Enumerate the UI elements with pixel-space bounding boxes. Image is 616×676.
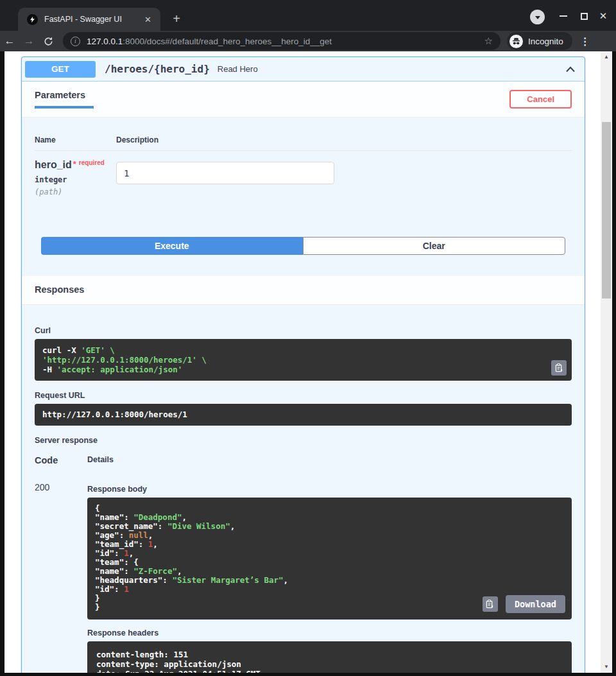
incognito-icon <box>509 35 523 48</box>
maximize-icon <box>581 13 588 20</box>
url-text: 127.0.0.1:8000/docs#/default/read_hero_h… <box>87 37 479 46</box>
scrollbar-up-icon[interactable]: ▲ <box>601 53 612 62</box>
new-tab-button[interactable]: + <box>168 11 185 28</box>
endpoint-summary: Read Hero <box>218 64 258 74</box>
clear-button[interactable]: Clear <box>303 237 566 255</box>
browser-tab[interactable]: FastAPI - Swagger UI ✕ <box>18 8 160 31</box>
curl-command: curl -X 'GET' \ 'http://127.0.0.1:8000/h… <box>42 345 564 374</box>
incognito-label: Incognito <box>528 37 563 46</box>
parameters-table-header: Name Description <box>35 135 572 151</box>
address-bar[interactable]: i 127.0.0.1:8000/docs#/default/read_hero… <box>63 32 501 50</box>
endpoint-path: /heroes/{hero_id} <box>105 63 210 75</box>
site-info-icon[interactable]: i <box>71 37 80 46</box>
responses-content: Curl curl -X 'GET' \ 'http://127.0.0.1:8… <box>22 305 585 673</box>
parameters-table: Name Description hero_id*required intege… <box>22 117 585 276</box>
parameter-type: integer <box>35 175 116 184</box>
browser-toolbar: ← → i 127.0.0.1:8000/docs#/default/read_… <box>0 31 616 51</box>
parameter-value-cell <box>116 159 334 196</box>
window-bottom-border <box>0 673 616 676</box>
cancel-button[interactable]: Cancel <box>509 90 572 108</box>
browser-update-icon[interactable] <box>530 10 545 24</box>
bookmark-star-icon[interactable]: ☆ <box>484 35 493 47</box>
parameters-label: Parameters <box>35 90 94 100</box>
incognito-badge: Incognito <box>507 32 572 50</box>
parameter-meta: hero_id*required integer (path) <box>35 159 116 196</box>
minimize-button[interactable] <box>556 9 571 23</box>
details-column-label: Details <box>87 455 114 465</box>
download-button[interactable]: Download <box>506 595 565 613</box>
fastapi-favicon-icon <box>27 14 38 25</box>
request-url-value: http://127.0.0.1:8000/heroes/1 <box>42 410 187 419</box>
parameter-name: hero_id*required <box>35 159 116 171</box>
response-table-header: Code Details <box>35 455 572 465</box>
response-body-actions: Download <box>483 595 565 613</box>
scrollbar[interactable]: ▲ ▼ <box>601 51 612 673</box>
curl-label: Curl <box>35 326 572 335</box>
required-asterisk: * <box>73 159 76 169</box>
tab-strip: FastAPI - Swagger UI ✕ + ✕ <box>0 0 616 31</box>
chevron-down-icon <box>535 16 540 19</box>
server-response-label: Server response <box>35 436 572 445</box>
reload-button[interactable] <box>38 37 58 46</box>
opblock-get-heroes: GET /heroes/{hero_id} Read Hero Paramete… <box>21 56 585 673</box>
collapse-chevron-icon[interactable] <box>565 64 576 75</box>
response-headers-label: Response headers <box>87 628 572 637</box>
scrollbar-down-icon[interactable]: ▼ <box>601 663 612 672</box>
hero-id-input[interactable] <box>116 162 334 184</box>
active-tab-underline <box>35 106 94 108</box>
page-viewport: GET /heroes/{hero_id} Read Hero Paramete… <box>4 51 601 673</box>
execute-button[interactable]: Execute <box>41 237 303 255</box>
responses-title: Responses <box>35 284 84 295</box>
response-headers-text: content-length: 151content-type: applica… <box>96 650 563 673</box>
scrollbar-thumb[interactable] <box>602 122 611 299</box>
response-body-block: { "name": "Deadpond", "secret_name": "Di… <box>87 498 572 620</box>
parameters-header: Parameters Cancel <box>22 82 585 117</box>
opblock-summary[interactable]: GET /heroes/{hero_id} Read Hero <box>22 57 585 82</box>
column-description: Description <box>116 135 158 144</box>
column-name: Name <box>35 135 116 144</box>
required-label: required <box>79 159 105 166</box>
execute-row: Execute Clear <box>41 237 565 255</box>
response-body-label: Response body <box>87 485 572 494</box>
status-code: 200 <box>35 481 87 673</box>
minimize-icon <box>560 15 567 17</box>
copy-response-button[interactable] <box>483 596 498 612</box>
copy-curl-button[interactable] <box>551 360 567 376</box>
parameter-location: (path) <box>35 187 116 196</box>
response-details: Response body { "name": "Deadpond", "sec… <box>87 481 572 673</box>
request-url-label: Request URL <box>35 391 572 400</box>
http-method-badge: GET <box>25 61 96 78</box>
response-row: 200 Response body { "name": "Deadpond", … <box>35 481 572 673</box>
curl-code-block: curl -X 'GET' \ 'http://127.0.0.1:8000/h… <box>35 339 572 381</box>
window-close-button[interactable]: ✕ <box>595 9 611 23</box>
responses-header: Responses <box>22 276 585 305</box>
back-button[interactable]: ← <box>0 35 19 48</box>
code-column-label: Code <box>35 455 87 465</box>
page-frame: GET /heroes/{hero_id} Read Hero Paramete… <box>0 51 616 676</box>
browser-menu-icon[interactable]: ⋮ <box>579 35 592 48</box>
request-url-block: http://127.0.0.1:8000/heroes/1 <box>35 404 572 426</box>
tab-title: FastAPI - Swagger UI <box>44 15 142 24</box>
maximize-button[interactable] <box>576 9 592 23</box>
tab-parameters[interactable]: Parameters <box>35 90 94 108</box>
response-headers-block: content-length: 151content-type: applica… <box>87 641 572 673</box>
parameter-row: hero_id*required integer (path) <box>35 151 572 196</box>
forward-button[interactable]: → <box>19 35 38 48</box>
tab-close-icon[interactable]: ✕ <box>142 13 154 26</box>
browser-window: FastAPI - Swagger UI ✕ + ✕ ← → i 127.0.0… <box>0 0 616 676</box>
